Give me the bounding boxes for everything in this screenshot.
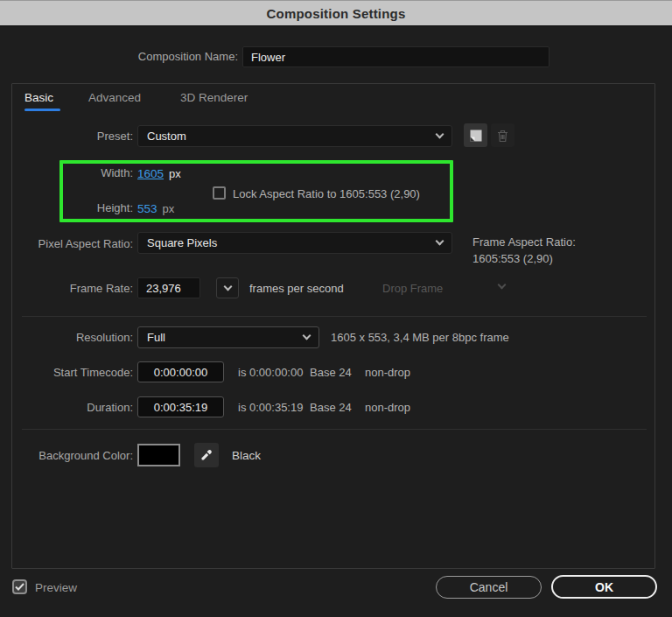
save-preset-button[interactable]: [464, 123, 487, 147]
resolution-info: 1605 x 553, 3,4 MB per 8bpc frame: [331, 331, 509, 344]
save-preset-icon: [469, 129, 483, 143]
preset-label: Preset:: [0, 130, 133, 144]
background-color-label: Background Color:: [0, 449, 133, 463]
chevron-down-icon: [223, 282, 232, 291]
frame-rate-input[interactable]: 23,976: [137, 277, 200, 298]
eyedropper-icon: [200, 448, 214, 462]
frame-rate-dropdown-button[interactable]: [216, 277, 239, 298]
duration-drop: non-drop: [365, 401, 410, 414]
height-label: Height:: [0, 201, 133, 215]
start-timecode-base: Base 24: [310, 366, 352, 379]
duration-is: is 0:00:35:19: [238, 401, 303, 414]
resolution-dropdown[interactable]: Full: [137, 326, 319, 348]
settings-panel: [11, 83, 655, 569]
pixel-aspect-ratio-label: Pixel Aspect Ratio:: [0, 237, 133, 251]
ok-button[interactable]: OK: [551, 575, 657, 599]
pixel-aspect-ratio-dropdown[interactable]: Square Pixels: [137, 232, 452, 254]
preview-checkbox[interactable]: [12, 579, 27, 594]
chevron-down-icon: [436, 130, 444, 139]
background-color-swatch[interactable]: [137, 444, 180, 466]
start-timecode-is: is 0:00:00:00: [238, 366, 303, 379]
preset-value: Custom: [147, 130, 186, 143]
tab-3d-renderer[interactable]: 3D Renderer: [180, 90, 248, 106]
duration-base: Base 24: [310, 401, 352, 414]
lock-aspect-ratio-label: Lock Aspect Ratio to 1605:553 (2,90): [233, 187, 420, 200]
ok-button-label: OK: [595, 580, 613, 594]
pixel-aspect-ratio-value: Square Pixels: [147, 236, 217, 249]
width-value[interactable]: 1605: [137, 167, 164, 180]
height-value[interactable]: 553: [137, 202, 158, 215]
eyedropper-button[interactable]: [194, 443, 219, 467]
frame-aspect-ratio-value: 1605:553 (2,90): [472, 252, 553, 265]
frame-rate-label: Frame Rate:: [0, 282, 133, 296]
background-color-name: Black: [232, 449, 261, 462]
composition-name-value: Flower: [251, 51, 285, 64]
duration-input[interactable]: 0:00:35:19: [137, 396, 224, 417]
duration-value: 0:00:35:19: [154, 401, 207, 414]
frame-rate-unit-label: frames per second: [249, 282, 344, 295]
chevron-down-icon: [436, 237, 444, 246]
width-unit: px: [169, 167, 181, 180]
section-divider: [22, 316, 647, 317]
composition-name-label: Composition Name:: [0, 50, 238, 64]
tab-advanced[interactable]: Advanced: [88, 90, 141, 106]
duration-label: Duration:: [0, 401, 133, 415]
checkmark-icon: [15, 583, 24, 591]
start-timecode-drop: non-drop: [365, 366, 410, 379]
delete-preset-button[interactable]: [491, 123, 514, 147]
frame-aspect-ratio-label: Frame Aspect Ratio:: [472, 235, 576, 249]
resolution-label: Resolution:: [0, 331, 133, 345]
start-timecode-label: Start Timecode:: [0, 366, 133, 380]
section-divider: [22, 429, 647, 430]
cancel-button-label: Cancel: [470, 580, 508, 594]
cancel-button[interactable]: Cancel: [436, 576, 542, 599]
preset-dropdown[interactable]: Custom: [137, 125, 452, 147]
chevron-down-icon: [303, 332, 312, 340]
tab-basic-underline: [24, 109, 60, 111]
dialog-title: Composition Settings: [267, 6, 406, 21]
composition-name-input[interactable]: Flower: [242, 46, 550, 67]
dialog-titlebar[interactable]: Composition Settings: [0, 0, 672, 26]
resolution-value: Full: [147, 331, 165, 344]
frame-rate-value: 23,976: [146, 282, 181, 295]
height-unit: px: [163, 202, 175, 215]
width-label: Width:: [0, 166, 133, 180]
drop-frame-dropdown: Drop Frame: [382, 282, 443, 295]
trash-icon: [496, 129, 509, 143]
start-timecode-input[interactable]: 0:00:00:00: [137, 361, 224, 382]
preview-label: Preview: [35, 581, 77, 594]
tab-basic[interactable]: Basic: [24, 90, 53, 106]
lock-aspect-ratio-checkbox[interactable]: [213, 186, 226, 200]
start-timecode-value: 0:00:00:00: [154, 366, 207, 379]
